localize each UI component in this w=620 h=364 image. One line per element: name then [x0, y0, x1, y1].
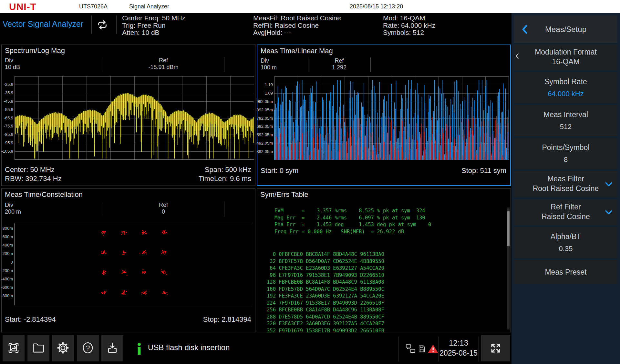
divider: [398, 337, 398, 362]
save-icon: [106, 341, 119, 356]
sidebar-item-modulation-format[interactable]: Modulation Format16-QAM: [514, 44, 617, 70]
constellation-panel[interactable]: Meas Time/Constellation Div200 m Ref0 80…: [1, 188, 255, 332]
ref-cell: Ref-15.91 dBm: [103, 57, 224, 71]
ref-cell: Ref0: [103, 202, 224, 215]
y-axis-label: 1.19: [265, 82, 273, 87]
y-axis-label: 800m: [2, 226, 13, 231]
date-text: 2025-08-15: [439, 348, 479, 358]
ref-cell: Ref1.292: [308, 57, 370, 71]
y-axis-label: 1.09: [265, 91, 273, 96]
sidebar-item-meas-interval[interactable]: Meas Interval512: [514, 105, 617, 136]
chevron-down-icon: [604, 209, 613, 217]
clock: 12:13 2025-08-15: [439, 338, 479, 358]
divider: [116, 15, 117, 34]
y-axis-label: 492.05m: [256, 141, 273, 146]
y-axis-label: 600m: [2, 234, 13, 239]
error-summary-text: EVM = 3.357 %rms 8.525 % pk at sym 324 M…: [274, 207, 431, 235]
div-cell: Div200 m: [5, 202, 21, 215]
y-axis-label: 0: [11, 260, 13, 265]
uni-t-logo: UNI-T: [9, 1, 36, 12]
screenshot-button[interactable]: [3, 335, 25, 361]
y-axis-label: -800m: [1, 293, 13, 298]
header-col-mod: Mod: 16-QAMRate: 64.000 kHzSymbols: 512: [383, 15, 435, 36]
y-axis-label: 592.05m: [256, 132, 273, 137]
stop-sym-readout: Stop: 511 sym: [461, 167, 506, 175]
status-bar: ? USB flash disk insertion 1: [0, 334, 512, 364]
network-devices-icon: [405, 344, 416, 355]
start-readout: Start: -2.814394: [5, 315, 56, 324]
settings-button[interactable]: [52, 335, 74, 361]
y-axis-label: -25.9: [4, 82, 13, 87]
panel-title: Sym/Errs Table: [260, 190, 308, 199]
y-axis-label: -85.9: [4, 132, 13, 137]
header-col-filter: MeasFil: Root Raised CosineRefFil: Raise…: [253, 15, 341, 36]
rbw-readout: RBW: 392.734 Hz: [5, 175, 62, 183]
linear-y-axis: 1.191.09992.05m892.05m792.05m692.05m592.…: [257, 76, 273, 160]
y-axis-label: 792.05m: [256, 116, 273, 121]
spectrum-log-mag-panel[interactable]: Spectrum/Log Mag Div10 dB Ref-15.91 dBm …: [1, 45, 255, 186]
model-number: UTS7026A: [79, 3, 108, 10]
spectrum-trace-plot: [15, 76, 254, 160]
y-axis-label: -75.9: [4, 124, 13, 128]
sidebar-item-points-symbol[interactable]: Points/Symbol8: [514, 138, 617, 169]
y-axis-label: -600m: [1, 285, 13, 290]
y-axis-label: -95.9: [4, 140, 13, 145]
file-manager-button[interactable]: [27, 335, 49, 361]
y-axis-label: 992.05m: [256, 99, 273, 104]
y-axis-label: 392.05m: [256, 149, 273, 154]
header-col-freq: Center Freq: 50 MHzTrig: Free RunAtten: …: [122, 15, 185, 36]
constellation-y-axis: 800m600m400m200m0-200m-400m-600m-800m: [2, 223, 13, 305]
divider: [224, 57, 224, 72]
sidebar-item-symbol-rate[interactable]: Symbol Rate64.000 kHz: [514, 72, 617, 103]
continuous-sweep-icon[interactable]: [96, 18, 109, 33]
info-icon: [136, 342, 142, 357]
time-text: 12:13: [439, 338, 479, 348]
y-axis-label: 200m: [2, 251, 13, 256]
top-bar: UNI-T UTS7026A Signal Analyzer 2025/08/1…: [0, 0, 620, 13]
y-axis-label: -55.9: [4, 107, 13, 112]
settings-icon: [56, 341, 70, 356]
y-axis-label: -65.9: [4, 116, 13, 120]
span-readout: Span: 500 kHz: [205, 166, 251, 174]
chevron-down-icon: [604, 181, 613, 189]
center-freq-readout: Center: 50 MHz: [5, 166, 55, 174]
menu-title-meas-setup[interactable]: Meas/Setup: [514, 15, 617, 43]
divider: [224, 202, 224, 217]
stop-readout: Stop: 2.814394: [203, 315, 251, 324]
y-axis-label: -105.9: [1, 149, 13, 154]
scrollbar[interactable]: [507, 207, 510, 329]
measurement-header-bar: Vector Signal Analyzer Center Freq: 50 M…: [0, 13, 512, 36]
file-manager-icon: [32, 341, 45, 356]
disk-icon: [418, 344, 426, 355]
datetime-text: 2025/08/15 12:13:20: [350, 3, 403, 10]
svg-text:?: ?: [86, 343, 90, 352]
mode-selector[interactable]: Vector Signal Analyzer: [3, 19, 83, 29]
y-axis-label: -35.9: [4, 90, 13, 95]
sidebar-item-alpha-bt[interactable]: Alpha/BT0.35: [514, 227, 617, 258]
meas-time-linear-mag-panel[interactable]: Meas Time/Linear Mag Div100 m Ref1.292 1…: [257, 45, 511, 186]
sym-errs-table-panel[interactable]: Sym/Errs Table EVM = 3.357 %rms 8.525 % …: [257, 188, 511, 332]
sidebar-item-meas-filter[interactable]: Meas FilterRoot Raised Cosine: [514, 171, 617, 197]
divider: [91, 15, 92, 34]
sidebar-item-ref-filter[interactable]: Ref FilterRaised Cosine: [514, 199, 617, 225]
chevron-left-icon: [515, 53, 519, 61]
status-message: USB flash disk insertion: [148, 343, 230, 352]
y-axis-label: 692.05m: [256, 124, 273, 129]
fullscreen-expand-button[interactable]: [481, 335, 510, 361]
start-sym-readout: Start: 0 sym: [261, 167, 298, 175]
sidebar-item-meas-preset[interactable]: Meas Preset: [514, 260, 617, 284]
y-axis-label: -400m: [1, 277, 13, 281]
app-name: Signal Analyzer: [129, 3, 169, 10]
divider: [479, 337, 479, 362]
symbol-hex-table: 0 0FBFCBE0 BBC8A14F 8BD4A48C 96113BA0 32…: [267, 251, 384, 334]
help-button[interactable]: ?: [77, 335, 99, 361]
linear-mag-bar-plot: [274, 76, 509, 160]
y-axis-label: -45.9: [4, 99, 13, 104]
save-button[interactable]: [101, 335, 123, 361]
y-axis-label: 892.05m: [256, 107, 273, 112]
signal-analyzer-screen: UNI-T UTS7026A Signal Analyzer 2025/08/1…: [0, 0, 620, 364]
meas-setup-menu: Meas/Setup Modulation Format16-QAMSymbol…: [512, 13, 620, 364]
panel-title: Meas Time/Constellation: [5, 190, 83, 199]
panel-title: Spectrum/Log Mag: [5, 46, 65, 55]
scrollbar-thumb[interactable]: [507, 211, 510, 246]
